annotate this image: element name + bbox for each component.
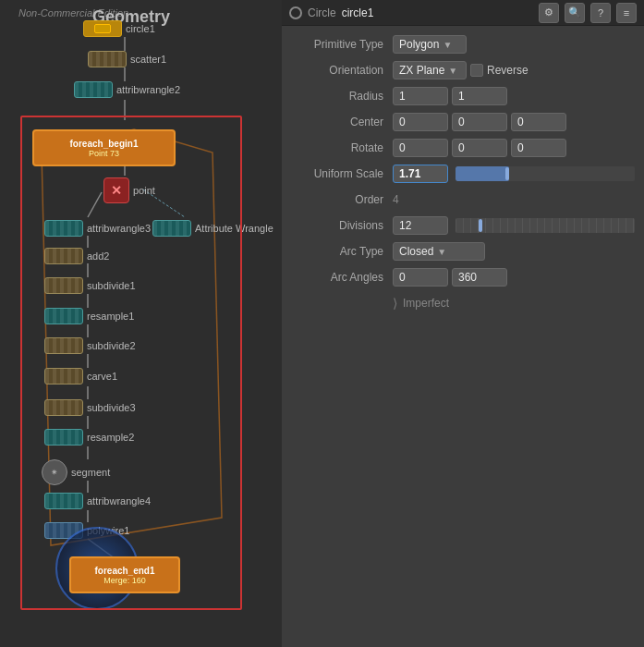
node-type-label: Circle <box>308 6 336 19</box>
radius-value: 1 1 <box>393 87 635 105</box>
svg-line-4 <box>88 192 102 217</box>
divisions-row: Divisions 12 <box>282 213 644 238</box>
node-subdivide1[interactable]: subdivide1 <box>44 277 136 294</box>
center-input-1[interactable]: 0 <box>393 113 448 131</box>
divisions-slider[interactable] <box>456 218 635 233</box>
extra-button[interactable]: ≡ <box>616 3 637 23</box>
orientation-dropdown[interactable]: ZX Plane ▼ <box>393 61 467 79</box>
arc-type-arrow: ▼ <box>437 247 446 257</box>
uniform-scale-text: 1.71 <box>399 167 420 180</box>
node-circle1[interactable]: circle1 <box>83 20 155 37</box>
node-attribwrangle2[interactable]: attribwrangle2 <box>74 81 180 98</box>
node-attribwrangle2-label: attribwrangle2 <box>116 84 180 95</box>
order-value: 4 <box>393 193 635 206</box>
primitive-type-row: Primitive Type Polygon ▼ <box>282 31 644 57</box>
node-circle1-label: circle1 <box>126 23 155 34</box>
rotate-input-3[interactable]: 0 <box>511 139 566 157</box>
primitive-type-label: Primitive Type <box>291 38 393 51</box>
watermark-text: Non-Commercial Edition <box>18 7 128 18</box>
radius-row: Radius 1 1 <box>282 83 644 109</box>
uniform-scale-row: Uniform Scale 1.71 <box>282 161 644 187</box>
arc-angles-label: Arc Angles <box>291 271 393 284</box>
node-attribwrangle3[interactable]: attribwrangle3 <box>44 220 151 237</box>
arc-type-value: Closed ▼ <box>393 242 635 261</box>
node-point[interactable]: ✕ point <box>103 177 155 203</box>
node-polywire1[interactable]: polywire1 <box>44 522 129 539</box>
uniform-scale-value-container: 1.71 <box>393 165 635 183</box>
uniform-scale-label: Uniform Scale <box>291 167 393 180</box>
node-resample1[interactable]: resample1 <box>44 308 134 324</box>
uniform-scale-slider[interactable] <box>456 166 635 181</box>
arc-type-row: Arc Type Closed ▼ <box>282 238 644 264</box>
reverse-label: Reverse <box>487 64 529 77</box>
node-segment[interactable]: ✷ segment <box>42 459 110 485</box>
properties-panel: Circle circle1 ⚙ 🔍 ? ≡ Primitive Type Po… <box>282 0 644 647</box>
search-button[interactable]: 🔍 <box>565 3 585 23</box>
divisions-thumb <box>479 219 482 232</box>
center-label: Center <box>291 116 393 128</box>
arc-angles-row: Arc Angles 0 360 <box>282 264 644 290</box>
node-attribwrangle4[interactable]: attribwrangle4 <box>44 493 151 509</box>
radius-input-1[interactable]: 1 <box>393 87 448 105</box>
node-attribwrangle4-label: attribwrangle4 <box>87 495 151 507</box>
orientation-row: Orientation ZX Plane ▼ Reverse <box>282 57 644 83</box>
node-subdivide2-label: subdivide2 <box>87 340 136 351</box>
foreach-begin-label: foreach_begin1 <box>70 139 139 149</box>
node-attrib-wrangle-label: Attribute Wrangle <box>195 223 273 234</box>
center-input-3[interactable]: 0 <box>511 113 566 131</box>
arc-angles-input-1[interactable]: 0 <box>393 268 448 287</box>
node-subdivide2[interactable]: subdivide2 <box>44 337 136 354</box>
orientation-selected: ZX Plane <box>399 64 444 77</box>
order-text: 4 <box>393 193 399 206</box>
node-subdivide3-label: subdivide3 <box>87 402 136 413</box>
node-segment-label: segment <box>71 467 110 478</box>
node-type-indicator <box>289 6 302 19</box>
radius-label: Radius <box>291 90 393 103</box>
divisions-input[interactable]: 12 <box>393 216 448 235</box>
primitive-type-value: Polygon ▼ <box>393 35 635 54</box>
node-resample2[interactable]: resample2 <box>44 429 134 446</box>
node-add2[interactable]: add2 <box>44 248 109 264</box>
node-resample2-label: resample2 <box>87 432 134 443</box>
center-input-2[interactable]: 0 <box>452 113 507 131</box>
settings-button[interactable]: ⚙ <box>539 3 559 23</box>
imperfect-icon: ⟩ <box>393 296 397 311</box>
rotate-label: Rotate <box>291 141 393 154</box>
node-scatter1-label: scatter1 <box>130 54 166 65</box>
node-foreach-begin1[interactable]: foreach_begin1 Point 73 <box>32 129 176 166</box>
order-row: Order 4 <box>282 187 644 213</box>
node-carve1[interactable]: carve1 <box>44 368 117 385</box>
reverse-checkbox[interactable] <box>470 64 483 77</box>
node-polywire1-label: polywire1 <box>87 525 129 536</box>
uniform-scale-fill <box>456 166 509 181</box>
divisions-label: Divisions <box>291 219 393 232</box>
arc-type-selected: Closed <box>399 245 433 258</box>
node-carve1-label: carve1 <box>87 371 117 382</box>
uniform-scale-thumb <box>505 167 509 180</box>
imperfect-label: Imperfect <box>403 297 449 310</box>
rotate-input-2[interactable]: 0 <box>452 139 507 157</box>
divisions-text: 12 <box>399 219 411 232</box>
node-subdivide3[interactable]: subdivide3 <box>44 399 136 416</box>
node-resample1-label: resample1 <box>87 311 134 322</box>
node-add2-label: add2 <box>87 250 109 262</box>
rotate-input-1[interactable]: 0 <box>393 139 448 157</box>
uniform-scale-input[interactable]: 1.71 <box>393 165 448 183</box>
orientation-label: Orientation <box>291 64 393 77</box>
properties-list: Primitive Type Polygon ▼ Orientation ZX … <box>282 26 644 647</box>
primitive-type-dropdown[interactable]: Polygon ▼ <box>393 35 467 54</box>
node-attrib-wrangle[interactable]: Attribute Wrangle <box>152 220 273 237</box>
node-name-label: circle1 <box>342 6 374 19</box>
primitive-type-selected: Polygon <box>399 38 439 51</box>
radius-input-2[interactable]: 1 <box>452 87 507 105</box>
arc-angles-text-2: 360 <box>458 271 477 284</box>
arc-angles-input-2[interactable]: 360 <box>452 268 507 287</box>
arc-type-dropdown[interactable]: Closed ▼ <box>393 242 485 261</box>
orientation-value: ZX Plane ▼ Reverse <box>393 61 635 79</box>
node-foreach-end1[interactable]: foreach_end1 Merge: 160 <box>69 556 180 593</box>
arc-type-label: Arc Type <box>291 245 393 258</box>
help-button[interactable]: ? <box>590 3 611 23</box>
node-scatter1[interactable]: scatter1 <box>88 51 166 67</box>
imperfect-row: ⟩ Imperfect <box>282 290 644 316</box>
center-value: 0 0 0 <box>393 113 635 131</box>
